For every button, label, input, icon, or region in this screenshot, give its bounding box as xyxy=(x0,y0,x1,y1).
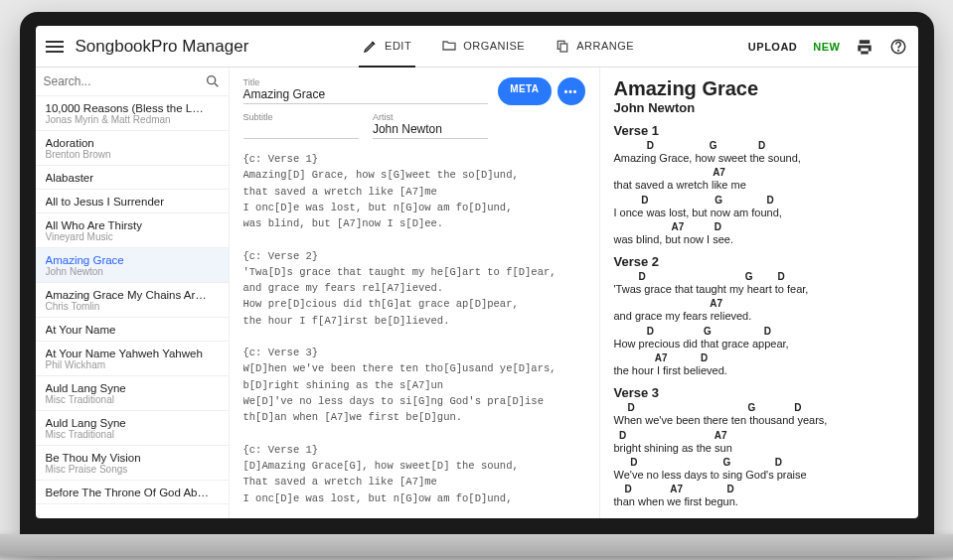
editor-pane: Title Amazing Grace Subtitle Artist John… xyxy=(230,68,600,518)
lyric-line: that saved a wretch like me xyxy=(614,178,904,192)
song-item[interactable]: AdorationBrenton Brown xyxy=(36,131,229,166)
chord-line: D G D xyxy=(614,140,904,151)
chord-line: D G D xyxy=(614,271,904,282)
lyric-line: 'Twas grace that taught my heart to fear… xyxy=(614,282,904,296)
stack-icon xyxy=(555,38,570,54)
chord-line: D A7 D xyxy=(614,484,904,494)
song-item[interactable]: Auld Lang SyneMisc Traditional xyxy=(36,411,229,446)
song-item[interactable]: Alabaster xyxy=(36,166,229,190)
new-button[interactable]: NEW xyxy=(813,41,840,53)
song-item[interactable]: Before The Throne Of God Ab… xyxy=(36,481,229,504)
title-field[interactable]: Title Amazing Grace xyxy=(243,77,489,104)
chord-line: D G D xyxy=(614,195,904,206)
main-tabs: EDIT ORGANISE ARRANGE xyxy=(359,26,638,68)
song-title: Be Thou My Vision xyxy=(46,452,219,464)
song-item[interactable]: Auld Lang SyneMisc Traditional xyxy=(36,376,229,411)
song-artist: Chris Tomlin xyxy=(46,301,219,312)
tab-organise-label: ORGANISE xyxy=(463,40,525,52)
lyric-line: Amazing Grace, how sweet the sound, xyxy=(614,151,904,165)
preview-pane: Amazing Grace John Newton Verse 1 D G DA… xyxy=(600,68,918,518)
tab-arrange[interactable]: ARRANGE xyxy=(551,26,638,68)
song-item[interactable]: At Your Name Yahweh YahwehPhil Wickham xyxy=(36,342,229,376)
song-item[interactable]: Amazing Grace My Chains Ar…Chris Tomlin xyxy=(36,283,229,318)
tab-edit[interactable]: EDIT xyxy=(359,26,415,68)
song-title: All to Jesus I Surrender xyxy=(46,196,219,208)
tab-organise[interactable]: ORGANISE xyxy=(437,26,529,68)
help-icon[interactable] xyxy=(889,38,907,56)
song-item[interactable]: 10,000 Reasons (Bless the L…Jonas Myrin … xyxy=(36,96,229,131)
song-artist: Brenton Brown xyxy=(46,149,219,160)
subtitle-field-value xyxy=(243,122,359,136)
chordpro-editor[interactable]: {c: Verse 1} Amazing[D] Grace, how s[G]w… xyxy=(243,151,585,508)
chord-line: A7 D xyxy=(614,221,904,232)
song-artist: Misc Traditional xyxy=(46,394,219,405)
search-icon[interactable] xyxy=(205,73,221,89)
lyric-line: and grace my fears relieved. xyxy=(614,309,904,323)
song-item[interactable]: At Your Name xyxy=(36,318,229,342)
pencil-icon xyxy=(363,38,379,54)
subtitle-field[interactable]: Subtitle xyxy=(243,112,359,139)
lyric-line: bright shining as the sun xyxy=(614,441,904,455)
song-artist: Vineyard Music xyxy=(46,231,219,242)
song-title: At Your Name xyxy=(46,324,219,336)
lyric-line: When we've been there ten thousand years… xyxy=(614,413,904,427)
chord-line: D G D xyxy=(614,457,904,468)
song-artist: Jonas Myrin & Matt Redman xyxy=(46,114,219,125)
svg-point-3 xyxy=(898,50,899,51)
lyric-line: was blind, but now I see. xyxy=(614,232,904,246)
preview-section: Verse 2 D G D'Twas grace that taught my … xyxy=(614,254,904,377)
chord-line: D G D xyxy=(614,402,904,413)
song-item[interactable]: All Who Are ThirstyVineyard Music xyxy=(36,213,229,248)
chord-line: A7 xyxy=(614,298,904,309)
svg-point-4 xyxy=(207,76,215,84)
song-title: Auld Lang Syne xyxy=(46,382,219,394)
section-label: Verse 1 xyxy=(614,123,904,138)
search-row xyxy=(36,68,229,96)
search-input[interactable] xyxy=(44,74,205,88)
song-artist: John Newton xyxy=(46,266,219,277)
song-item[interactable]: Be Thou My VisionMisc Praise Songs xyxy=(36,446,229,481)
print-icon[interactable] xyxy=(856,38,874,56)
song-item[interactable]: All to Jesus I Surrender xyxy=(36,190,229,213)
upload-button[interactable]: UPLOAD xyxy=(748,41,797,53)
lyric-line: I once was lost, but now am found, xyxy=(614,206,904,219)
more-button[interactable]: ••• xyxy=(557,77,585,105)
chord-line: D G D xyxy=(614,326,904,337)
artist-field[interactable]: Artist John Newton xyxy=(373,112,488,139)
preview-title: Amazing Grace xyxy=(614,77,904,100)
song-item[interactable]: Amazing GraceJohn Newton xyxy=(36,248,229,283)
tab-edit-label: EDIT xyxy=(385,40,411,52)
artist-field-label: Artist xyxy=(373,112,488,122)
section-label: Verse 3 xyxy=(614,385,904,400)
chord-line: A7 xyxy=(614,167,904,178)
preview-section: Verse 1D G D xyxy=(614,517,904,518)
right-actions: UPLOAD NEW xyxy=(748,38,908,56)
sidebar: 10,000 Reasons (Bless the L…Jonas Myrin … xyxy=(36,68,230,518)
svg-rect-1 xyxy=(560,44,567,52)
chord-line: D A7 xyxy=(614,430,904,441)
song-title: At Your Name Yahweh Yahweh xyxy=(46,348,219,359)
menu-icon[interactable] xyxy=(46,37,66,57)
song-title: Adoration xyxy=(46,137,219,149)
top-bar: SongbookPro Manager EDIT ORGANISE ARRANG… xyxy=(36,26,918,68)
lyric-line: We've no less days to sing God's praise xyxy=(614,468,904,482)
preview-artist: John Newton xyxy=(614,100,904,115)
song-title: Amazing Grace xyxy=(46,254,219,266)
chord-line: A7 D xyxy=(614,352,904,363)
folder-icon xyxy=(441,38,457,54)
tab-arrange-label: ARRANGE xyxy=(576,40,634,52)
song-title: Amazing Grace My Chains Ar… xyxy=(46,289,219,301)
lyric-line: How precious did that grace appear, xyxy=(614,337,904,350)
title-field-value: Amazing Grace xyxy=(243,87,489,101)
lyric-line: than when we first begun. xyxy=(614,494,904,508)
title-field-label: Title xyxy=(243,77,489,87)
song-list: 10,000 Reasons (Bless the L…Jonas Myrin … xyxy=(36,96,229,518)
song-title: Auld Lang Syne xyxy=(46,417,219,429)
preview-section: Verse 3 D G DWhen we've been there ten t… xyxy=(614,385,904,508)
song-title: Before The Throne Of God Ab… xyxy=(46,487,219,498)
meta-button[interactable]: META xyxy=(498,77,551,105)
song-artist: Phil Wickham xyxy=(46,359,219,370)
song-artist: Misc Traditional xyxy=(46,429,219,440)
song-title: All Who Are Thirsty xyxy=(46,219,219,231)
section-label: Verse 2 xyxy=(614,254,904,269)
